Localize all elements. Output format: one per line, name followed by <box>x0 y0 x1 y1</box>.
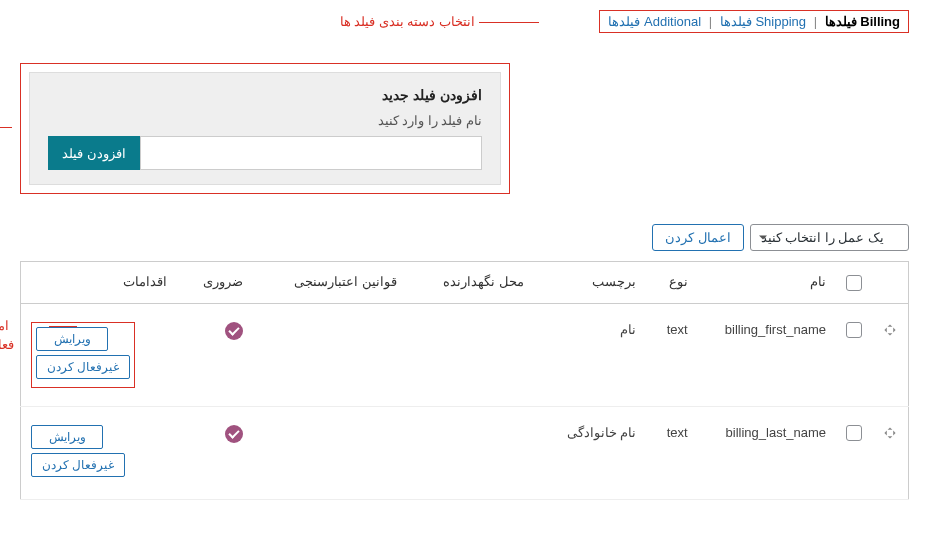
row-checkbox[interactable] <box>846 322 862 338</box>
table-row: billing_last_name text نام خانوادگی ویرا… <box>21 406 909 499</box>
add-field-button[interactable]: افزودن فیلد <box>48 136 140 170</box>
edit-button[interactable]: ویرایش <box>31 425 103 449</box>
th-required: ضروری <box>177 262 252 304</box>
th-name[interactable]: نام <box>698 262 836 304</box>
disable-button[interactable]: غیرفعال کردن <box>36 355 130 379</box>
drag-handle-icon[interactable] <box>882 324 898 341</box>
check-icon <box>225 425 243 443</box>
add-field-label: نام فیلد را وارد کنید <box>48 113 482 128</box>
add-field-panel: امکان ایجاد فیلد جدید افزودن فیلد جدید ن… <box>20 63 510 194</box>
cell-required <box>177 303 252 406</box>
bulk-apply-button[interactable]: اعمال کردن <box>652 224 744 251</box>
drag-handle-icon[interactable] <box>882 427 898 444</box>
tab-shipping[interactable]: Shipping فیلدها <box>720 14 806 29</box>
cell-placeholder <box>407 406 534 499</box>
th-actions: اقدامات <box>21 262 178 304</box>
cell-label: نام <box>534 303 647 406</box>
cell-required <box>177 406 252 499</box>
check-icon <box>225 322 243 340</box>
tab-billing[interactable]: Billing فیلدها <box>825 14 900 29</box>
cell-validation <box>253 406 407 499</box>
th-placeholder: محل نگهدارنده <box>407 262 534 304</box>
disable-button[interactable]: غیرفعال کردن <box>31 453 125 477</box>
row-checkbox[interactable] <box>846 425 862 441</box>
cell-label: نام خانوادگی <box>534 406 647 499</box>
cell-validation <box>253 303 407 406</box>
field-name-input[interactable] <box>140 136 482 170</box>
th-type: نوع <box>646 262 698 304</box>
tab-additional[interactable]: Additional فیلدها <box>608 14 701 29</box>
fields-table: نام نوع برچسب محل نگهدارنده قوانین اعتبا… <box>20 261 909 500</box>
select-all-checkbox[interactable] <box>846 275 862 291</box>
bulk-action-select[interactable]: یک عمل را انتخاب کنید <box>750 224 909 251</box>
table-row: billing_first_name text نام ویرایش غیرفع… <box>21 303 909 406</box>
annotation-actions: امکان ویرایش ، غیرفعال و فعال کردن فیلد … <box>0 316 47 355</box>
annotation-tabs: انتخاب دسته بندی فیلد ها <box>340 14 539 29</box>
field-category-tabs: Billing فیلدها | Shipping فیلدها | Addit… <box>599 10 909 33</box>
cell-name: billing_first_name <box>698 303 836 406</box>
cell-placeholder <box>407 303 534 406</box>
add-field-title: افزودن فیلد جدید <box>48 87 482 103</box>
cell-type: text <box>646 406 698 499</box>
cell-name: billing_last_name <box>698 406 836 499</box>
th-label: برچسب <box>534 262 647 304</box>
cell-type: text <box>646 303 698 406</box>
th-validation: قوانین اعتبارسنجی <box>253 262 407 304</box>
